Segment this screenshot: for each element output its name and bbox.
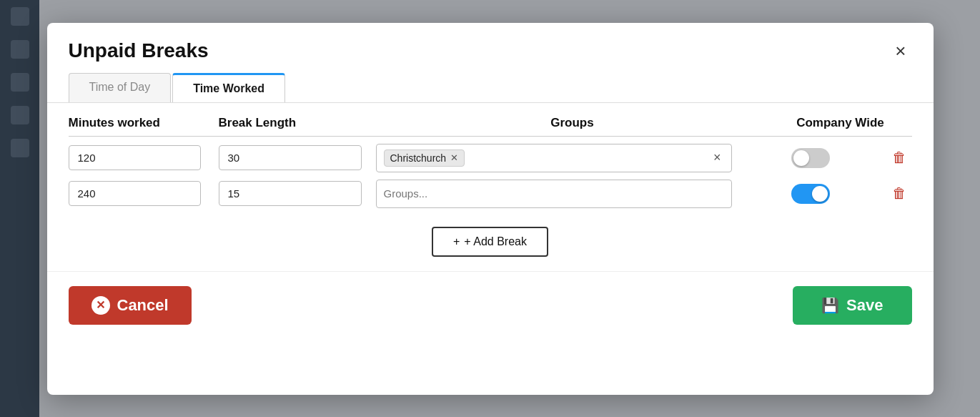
save-label: Save — [846, 296, 883, 315]
tab-time-of-day[interactable]: Time of Day — [69, 73, 172, 102]
save-icon: 💾 — [821, 297, 839, 314]
delete-row-2-button[interactable]: 🗑 — [886, 182, 912, 205]
col-header-groups: Groups — [376, 116, 769, 130]
unpaid-breaks-modal: Unpaid Breaks × Time of Day Time Worked … — [47, 23, 934, 395]
tab-time-worked[interactable]: Time Worked — [172, 73, 285, 102]
tabs-row: Time of Day Time Worked — [47, 63, 934, 103]
cancel-button[interactable]: ✕ Cancel — [69, 286, 192, 325]
minutes-input-2[interactable] — [69, 181, 201, 206]
cancel-icon: ✕ — [91, 296, 110, 315]
modal-title: Unpaid Breaks — [69, 39, 209, 62]
modal-overlay: Unpaid Breaks × Time of Day Time Worked … — [0, 0, 980, 417]
modal-header: Unpaid Breaks × — [47, 23, 934, 63]
modal-footer: ✕ Cancel 💾 Save — [47, 271, 934, 339]
toggle-area-2 — [739, 184, 882, 204]
add-break-row: + + Add Break — [47, 215, 934, 264]
break-length-input-2[interactable] — [219, 181, 362, 206]
groups-clear-button-1[interactable]: × — [711, 150, 724, 165]
toggle-slider-2 — [791, 184, 830, 204]
rows-area: Christchurch ✕ × 🗑 — [47, 137, 934, 215]
groups-input-2[interactable] — [384, 187, 724, 200]
add-break-icon: + — [453, 235, 460, 248]
groups-container-2[interactable] — [376, 180, 732, 208]
modal-close-button[interactable]: × — [889, 39, 911, 63]
table-header: Minutes worked Break Length Groups Compa… — [47, 103, 934, 136]
minutes-input-1[interactable] — [69, 145, 201, 170]
company-wide-toggle-1[interactable] — [791, 148, 830, 168]
save-button[interactable]: 💾 Save — [793, 286, 911, 325]
group-tag-label: Christchurch — [390, 152, 447, 164]
company-wide-toggle-2[interactable] — [791, 184, 830, 204]
add-break-label: + Add Break — [464, 235, 527, 248]
cancel-label: Cancel — [117, 296, 169, 315]
toggle-slider-1 — [791, 148, 830, 168]
table-row: 🗑 — [69, 180, 912, 208]
add-break-button[interactable]: + + Add Break — [432, 227, 548, 257]
toggle-area-1 — [739, 148, 882, 168]
table-row: Christchurch ✕ × 🗑 — [69, 144, 912, 172]
col-header-minutes: Minutes worked — [69, 116, 219, 130]
group-tag-christchurch: Christchurch ✕ — [384, 149, 465, 167]
groups-container-1[interactable]: Christchurch ✕ × — [376, 144, 732, 172]
col-header-company: Company Wide — [769, 116, 912, 130]
delete-row-1-button[interactable]: 🗑 — [886, 147, 912, 169]
col-header-break: Break Length — [219, 116, 376, 130]
group-tag-remove-button[interactable]: ✕ — [450, 153, 458, 162]
break-length-input-1[interactable] — [219, 145, 362, 170]
